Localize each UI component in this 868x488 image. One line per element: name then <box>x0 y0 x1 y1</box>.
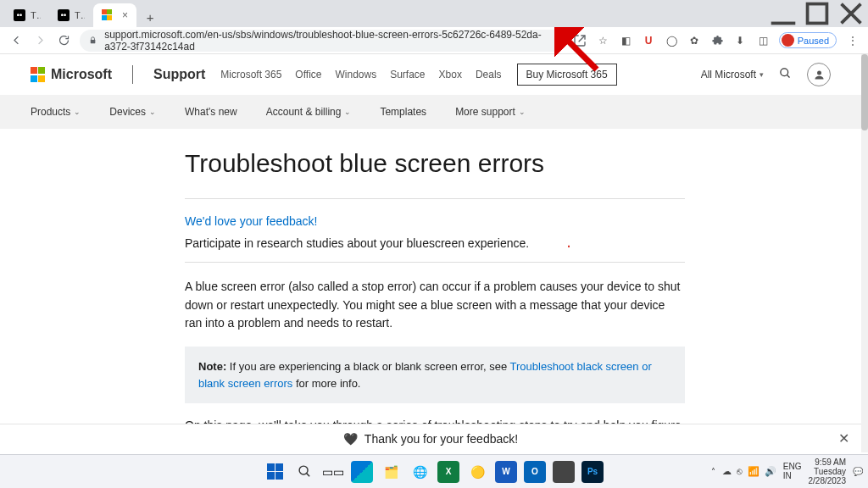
note-pre: If you are experiencing a black or blank… <box>226 360 509 373</box>
intro-paragraph: A blue screen error (also called a stop … <box>185 278 685 333</box>
nav-m365[interactable]: Microsoft 365 <box>220 69 281 80</box>
chevron-down-icon: ⌄ <box>344 108 351 116</box>
taskbar-center: ▭▭ 🗂️ 🌐 X 🟡 W O Ps <box>264 461 604 483</box>
feedback-bar: 🖤 Thank you for your feedback! ✕ <box>0 424 861 452</box>
widgets-icon[interactable] <box>351 461 373 483</box>
secnav-account[interactable]: Account & billing⌄ <box>266 106 352 118</box>
new-tab-button[interactable]: + <box>140 7 160 27</box>
ms-nav: Microsoft 365 Office Windows Surface Xbo… <box>220 69 501 80</box>
start-button[interactable] <box>264 461 287 483</box>
wifi-icon[interactable]: 📶 <box>748 466 760 477</box>
photoshop-icon[interactable]: Ps <box>581 461 604 483</box>
close-feedback-button[interactable]: ✕ <box>838 430 849 446</box>
profile-status: Paused <box>798 36 829 46</box>
system-tray: ˄ ☁ ⎋ 📶 🔊 ENG IN 9:59 AM Tuesday 2/28/20… <box>711 458 863 485</box>
heart-icon: 🖤 <box>343 432 358 446</box>
buy-microsoft-365-button[interactable]: Buy Microsoft 365 <box>517 64 617 86</box>
account-button[interactable] <box>807 63 831 86</box>
note-post: for more info. <box>292 377 360 390</box>
word-icon[interactable]: W <box>495 461 517 483</box>
taskbar-search-icon[interactable] <box>293 461 315 483</box>
profile-button[interactable]: Paused <box>779 32 837 48</box>
page-title: Troubleshoot blue screen errors <box>185 149 685 178</box>
excel-icon[interactable]: X <box>437 461 459 483</box>
secnav-products[interactable]: Products⌄ <box>31 106 81 118</box>
task-view-icon[interactable]: ▭▭ <box>322 461 344 483</box>
svg-point-5 <box>781 69 788 76</box>
url-text: support.microsoft.com/en-us/sbs/windows/… <box>104 29 556 53</box>
window-close-button[interactable] <box>834 2 868 25</box>
star-icon[interactable]: ☆ <box>596 33 610 47</box>
nav-windows[interactable]: Windows <box>335 69 376 80</box>
tray-chevron-icon[interactable]: ˄ <box>711 467 715 476</box>
extension-icon-shield[interactable]: ◯ <box>665 33 679 47</box>
reload-button[interactable] <box>53 30 75 52</box>
search-icon[interactable] <box>779 67 792 82</box>
close-tab-icon[interactable]: × <box>122 9 128 21</box>
chevron-down-icon: ⌄ <box>519 108 526 116</box>
divider <box>132 65 133 84</box>
window-minimize-button[interactable] <box>766 2 800 25</box>
secnav-devices[interactable]: Devices⌄ <box>109 106 156 118</box>
tray-app-icon[interactable]: ⎋ <box>737 466 743 477</box>
file-explorer-icon[interactable]: 🗂️ <box>380 461 402 483</box>
outlook-icon[interactable]: O <box>524 461 546 483</box>
microsoft-logo[interactable]: Microsoft <box>31 67 112 82</box>
download-icon[interactable]: ⬇ <box>733 33 748 47</box>
tray-lang1[interactable]: ENG <box>783 463 802 472</box>
windows-taskbar: ▭▭ 🗂️ 🌐 X 🟡 W O Ps ˄ ☁ ⎋ 📶 🔊 ENG IN 9:59… <box>0 454 868 488</box>
extension-icon-u[interactable]: U <box>642 33 656 47</box>
extensions-puzzle-icon[interactable] <box>710 33 725 47</box>
share-icon[interactable] <box>573 33 587 47</box>
forward-button[interactable] <box>29 30 51 52</box>
extension-icon-gear[interactable]: ✿ <box>687 33 702 47</box>
svg-point-7 <box>817 70 821 75</box>
all-microsoft-dropdown[interactable]: All Microsoft ▾ <box>701 69 764 80</box>
lock-icon <box>88 35 97 46</box>
support-text[interactable]: Support <box>153 67 205 82</box>
tab-2[interactable]: •• The <box>49 3 93 27</box>
nav-surface[interactable]: Surface <box>390 69 425 80</box>
browser-toolbar: support.microsoft.com/en-us/sbs/windows/… <box>0 27 868 54</box>
svg-rect-1 <box>808 4 827 24</box>
tray-day: Tuesday <box>809 467 847 476</box>
kebab-menu-icon[interactable]: ⋮ <box>845 33 860 47</box>
app-icon[interactable] <box>553 461 575 483</box>
toolbar-actions: ☆ ◧ U ◯ ✿ ⬇ ◫ Paused ⋮ <box>570 32 863 48</box>
nav-office[interactable]: Office <box>295 69 321 80</box>
back-button[interactable] <box>5 30 27 52</box>
secnav-more[interactable]: More support⌄ <box>455 106 526 118</box>
feedback-link[interactable]: We'd love your feedback! <box>185 214 685 228</box>
browser-tab-strip: •• The •• The × + <box>0 0 868 27</box>
chevron-down-icon: ⌄ <box>74 108 81 116</box>
secnav-templates[interactable]: Templates <box>380 106 426 118</box>
edge-icon[interactable]: 🌐 <box>409 461 431 483</box>
all-microsoft-label: All Microsoft <box>701 69 756 80</box>
chevron-down-icon: ▾ <box>760 70 764 79</box>
nav-deals[interactable]: Deals <box>476 69 502 80</box>
svg-point-9 <box>299 466 308 474</box>
tab-2-title: The <box>75 10 85 20</box>
feedback-subtitle: Participate in research studies about yo… <box>185 236 685 250</box>
clock[interactable]: 9:59 AM Tuesday 2/28/2023 <box>809 458 847 485</box>
onedrive-icon[interactable]: ☁ <box>722 466 732 477</box>
tab-1-title: The <box>31 10 41 20</box>
secnav-whatsnew[interactable]: What's new <box>185 106 237 118</box>
notifications-icon[interactable]: 💬 <box>853 467 863 476</box>
window-maximize-button[interactable] <box>800 2 834 25</box>
note-callout: Note: If you are experiencing a black or… <box>185 347 685 403</box>
vertical-scrollbar[interactable] <box>861 54 868 452</box>
nav-xbox[interactable]: Xbox <box>439 69 462 80</box>
volume-icon[interactable]: 🔊 <box>765 466 776 477</box>
tray-time: 9:59 AM <box>809 458 847 467</box>
tray-lang2[interactable]: IN <box>783 472 802 481</box>
sidepanel-icon[interactable]: ◫ <box>756 33 771 47</box>
chrome-icon[interactable]: 🟡 <box>466 461 488 483</box>
tab-3-active[interactable]: × <box>93 3 136 27</box>
chevron-down-icon: ⌄ <box>149 108 156 116</box>
microsoft-brand: Microsoft <box>51 67 112 82</box>
svg-line-10 <box>306 474 309 477</box>
tab-1[interactable]: •• The <box>5 3 49 27</box>
extension-icon-1[interactable]: ◧ <box>619 33 633 47</box>
address-bar[interactable]: support.microsoft.com/en-us/sbs/windows/… <box>80 30 565 52</box>
